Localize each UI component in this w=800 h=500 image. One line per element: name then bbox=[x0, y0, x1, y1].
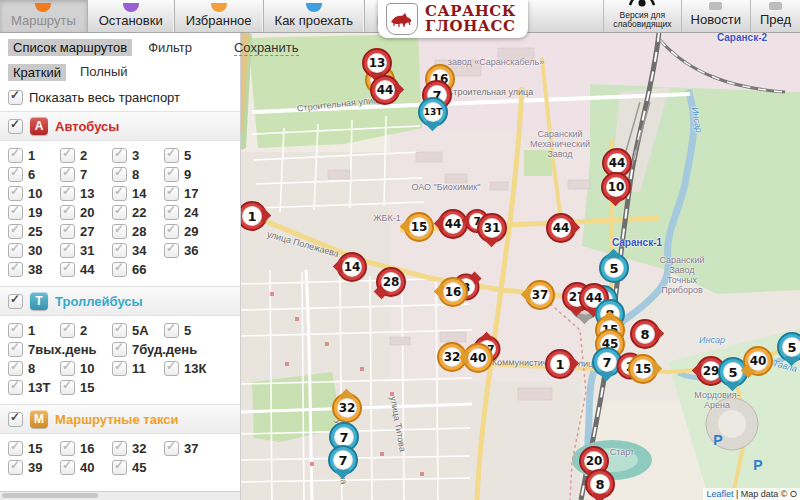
site-logo[interactable]: САРАНСК ГЛОНАСС bbox=[378, 0, 528, 38]
checkbox[interactable] bbox=[8, 205, 23, 220]
section-checkbox[interactable] bbox=[8, 412, 23, 427]
map-marker[interactable]: 16 bbox=[438, 277, 468, 307]
route-checkbox-item[interactable]: 45 bbox=[112, 460, 164, 475]
section-checkbox[interactable] bbox=[8, 294, 23, 309]
checkbox[interactable] bbox=[8, 243, 23, 258]
map-marker[interactable]: 8 bbox=[585, 469, 615, 499]
scrollbar-thumb[interactable] bbox=[2, 493, 98, 498]
checkbox[interactable] bbox=[60, 460, 75, 475]
checkbox[interactable] bbox=[112, 205, 127, 220]
route-checkbox-item[interactable]: 39 bbox=[8, 460, 60, 475]
checkbox[interactable] bbox=[112, 361, 127, 376]
tab-filter[interactable]: Фильтр bbox=[148, 40, 192, 55]
checkbox[interactable] bbox=[8, 361, 23, 376]
route-checkbox-item[interactable]: 22 bbox=[112, 205, 164, 220]
checkbox[interactable] bbox=[8, 262, 23, 277]
route-checkbox-item[interactable]: 32 bbox=[112, 441, 164, 456]
section-checkbox[interactable] bbox=[8, 119, 23, 134]
checkbox[interactable] bbox=[8, 342, 23, 357]
route-checkbox-item[interactable]: 28 bbox=[112, 224, 164, 239]
route-checkbox-item[interactable]: 10 bbox=[8, 186, 60, 201]
map-marker[interactable]: 31 bbox=[477, 213, 507, 243]
route-checkbox-item[interactable]: 13Т bbox=[8, 380, 60, 395]
leaflet-link[interactable]: Leaflet bbox=[706, 489, 733, 499]
map-marker[interactable]: 13 bbox=[362, 48, 392, 78]
checkbox[interactable] bbox=[164, 224, 179, 239]
map-marker[interactable]: 5 bbox=[777, 332, 800, 362]
checkbox[interactable] bbox=[164, 148, 179, 163]
route-checkbox-item[interactable]: 30 bbox=[8, 243, 60, 258]
route-checkbox-item[interactable]: 66 bbox=[112, 262, 164, 277]
checkbox[interactable] bbox=[112, 460, 127, 475]
map-marker[interactable]: 40 bbox=[463, 343, 493, 373]
section-header[interactable]: А Автобусы bbox=[0, 111, 240, 141]
route-checkbox-item[interactable]: 3 bbox=[112, 148, 164, 163]
checkbox[interactable] bbox=[8, 224, 23, 239]
route-checkbox-item[interactable]: 5 bbox=[164, 323, 216, 338]
checkbox[interactable] bbox=[112, 186, 127, 201]
checkbox[interactable] bbox=[8, 380, 23, 395]
show-all-transport-toggle[interactable]: Показать весь транспорт bbox=[0, 86, 240, 111]
tab-route-list[interactable]: Список маршрутов bbox=[8, 39, 132, 56]
checkbox[interactable] bbox=[60, 224, 75, 239]
checkbox[interactable] bbox=[60, 323, 75, 338]
map-marker[interactable]: 40 bbox=[743, 346, 773, 376]
checkbox[interactable] bbox=[8, 186, 23, 201]
route-checkbox-item[interactable]: 2 bbox=[60, 323, 112, 338]
map-marker[interactable]: 28 bbox=[376, 267, 406, 297]
route-checkbox-item[interactable]: 17 bbox=[164, 186, 216, 201]
checkbox[interactable] bbox=[60, 167, 75, 182]
nav-tab[interactable]: Остановки bbox=[88, 0, 175, 32]
checkbox[interactable] bbox=[164, 441, 179, 456]
map-marker[interactable]: 15 bbox=[404, 212, 434, 242]
nav-tab[interactable]: Маршруты bbox=[0, 0, 88, 32]
route-checkbox-item[interactable]: 29 bbox=[164, 224, 216, 239]
route-checkbox-item[interactable]: 2 bbox=[60, 148, 112, 163]
checkbox[interactable] bbox=[60, 148, 75, 163]
route-checkbox-item[interactable]: 1 bbox=[8, 148, 60, 163]
route-checkbox-item[interactable]: 7 bbox=[60, 167, 112, 182]
checkbox[interactable] bbox=[60, 361, 75, 376]
checkbox[interactable] bbox=[112, 243, 127, 258]
checkbox[interactable] bbox=[60, 380, 75, 395]
checkbox[interactable] bbox=[8, 441, 23, 456]
save-button[interactable]: Сохранить bbox=[234, 40, 299, 56]
route-checkbox-item[interactable]: 36 bbox=[164, 243, 216, 258]
checkbox[interactable] bbox=[8, 148, 23, 163]
checkbox[interactable] bbox=[60, 205, 75, 220]
route-checkbox-item[interactable]: 40 bbox=[60, 460, 112, 475]
route-checkbox-item[interactable]: 34 bbox=[112, 243, 164, 258]
checkbox[interactable] bbox=[112, 441, 127, 456]
route-checkbox-item[interactable]: 13 bbox=[60, 186, 112, 201]
route-checkbox-item[interactable]: 6 bbox=[8, 167, 60, 182]
route-checkbox-item[interactable]: 1 bbox=[8, 323, 60, 338]
route-checkbox-item[interactable]: 5 bbox=[164, 148, 216, 163]
checkbox[interactable] bbox=[8, 460, 23, 475]
route-checkbox-item[interactable]: 7вых.день bbox=[8, 342, 112, 357]
checkbox[interactable] bbox=[164, 323, 179, 338]
checkbox[interactable] bbox=[164, 167, 179, 182]
checkbox[interactable] bbox=[112, 148, 127, 163]
checkbox[interactable] bbox=[60, 262, 75, 277]
route-checkbox-item[interactable]: 11 bbox=[112, 361, 164, 376]
map-marker[interactable]: 15 bbox=[628, 354, 658, 384]
route-checkbox-item[interactable]: 10 bbox=[60, 361, 112, 376]
mode-brief[interactable]: Краткий bbox=[8, 64, 66, 81]
map-marker[interactable]: 44 bbox=[438, 209, 468, 239]
route-checkbox-item[interactable]: 15 bbox=[8, 441, 60, 456]
route-checkbox-item[interactable]: 19 bbox=[8, 205, 60, 220]
nav-tab[interactable]: Как проехать bbox=[264, 0, 366, 32]
map-marker[interactable]: 37 bbox=[525, 280, 555, 310]
map-canvas[interactable]: Строительная улицаСтроительная улицазаво… bbox=[240, 32, 800, 500]
checkbox[interactable] bbox=[164, 361, 179, 376]
checkbox[interactable] bbox=[112, 224, 127, 239]
map-marker[interactable]: 44 bbox=[546, 213, 576, 243]
checkbox[interactable] bbox=[112, 342, 127, 357]
sidebar-horizontal-scrollbar[interactable] bbox=[0, 491, 240, 500]
checkbox[interactable] bbox=[60, 243, 75, 258]
route-checkbox-item[interactable]: 24 bbox=[164, 205, 216, 220]
section-header[interactable]: Т Троллейбусы bbox=[0, 286, 240, 316]
mode-full[interactable]: Полный bbox=[80, 64, 128, 81]
news-button[interactable]: Новости bbox=[681, 0, 750, 32]
checkbox[interactable] bbox=[112, 262, 127, 277]
